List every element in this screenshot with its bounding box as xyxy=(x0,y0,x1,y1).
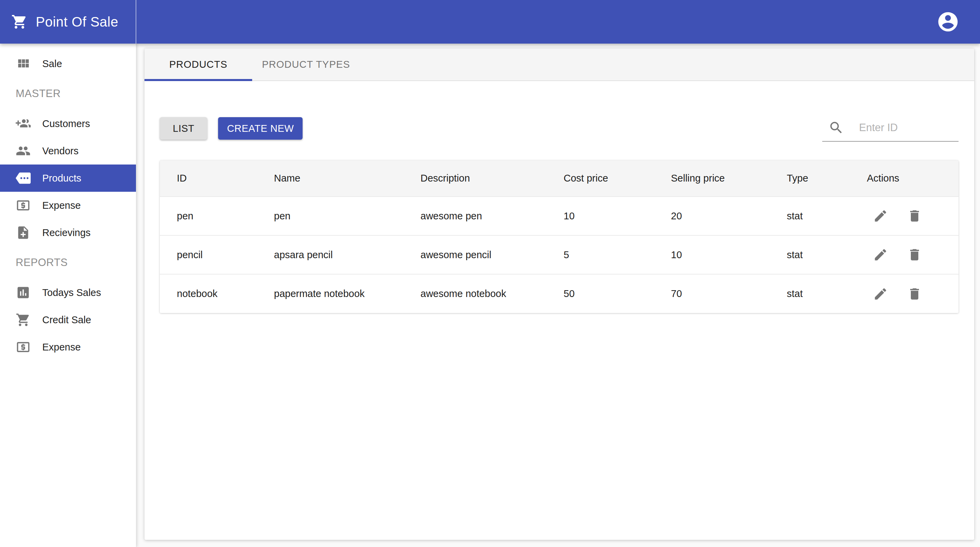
button-group: LIST CREATE NEW xyxy=(160,117,302,140)
tab-product-types[interactable]: PRODUCT TYPES xyxy=(252,48,360,80)
table-row: pen pen awesome pen 10 20 stat xyxy=(160,197,959,235)
cell-selling-price: 70 xyxy=(654,274,770,313)
sidebar-item-label: Vendors xyxy=(42,145,78,157)
column-header-description: Description xyxy=(403,161,547,197)
cell-type: stat xyxy=(770,274,850,313)
create-new-button[interactable]: CREATE NEW xyxy=(218,117,302,140)
delete-icon[interactable] xyxy=(907,286,922,301)
tab-products[interactable]: PRODUCTS xyxy=(145,48,252,80)
tag-icon xyxy=(16,171,31,186)
sidebar-heading-reports: REPORTS xyxy=(0,249,136,276)
column-header-cost-price: Cost price xyxy=(547,161,654,197)
sidebar-item-label: Todays Sales xyxy=(42,287,101,298)
money-icon xyxy=(16,198,31,213)
cell-type: stat xyxy=(770,197,850,235)
cell-cost-price: 50 xyxy=(547,274,654,313)
cell-description: awesome notebook xyxy=(403,274,547,313)
column-header-id: ID xyxy=(160,161,257,197)
person-add-icon xyxy=(16,116,31,131)
sidebar-item-label: Credit Sale xyxy=(42,314,91,326)
table-row: pencil apsara pencil awesome pencil 5 10… xyxy=(160,235,959,274)
delete-icon[interactable] xyxy=(907,208,922,223)
cell-cost-price: 10 xyxy=(547,197,654,235)
brand: Point Of Sale xyxy=(0,0,136,44)
sidebar-item-todays-sales[interactable]: Todays Sales xyxy=(0,279,136,306)
sidebar-item-expense-report[interactable]: Expense xyxy=(0,334,136,361)
cell-name: apsara pencil xyxy=(257,235,403,274)
main-area: PRODUCTS PRODUCT TYPES LIST CREATE NEW xyxy=(136,44,980,547)
search-icon xyxy=(828,120,844,135)
account-circle-icon[interactable] xyxy=(936,10,959,33)
search-field[interactable] xyxy=(822,120,959,142)
cell-type: stat xyxy=(770,235,850,274)
app-title: Point Of Sale xyxy=(36,14,118,30)
note-add-icon xyxy=(16,225,31,240)
sidebar-item-recievings[interactable]: Recievings xyxy=(0,219,136,246)
cell-name: papermate notebook xyxy=(257,274,403,313)
sidebar-item-vendors[interactable]: Vendors xyxy=(0,137,136,164)
sidebar-item-expense[interactable]: Expense xyxy=(0,192,136,219)
sidebar-item-label: Products xyxy=(42,173,81,184)
cell-id: notebook xyxy=(160,274,257,313)
grid-icon xyxy=(16,56,31,71)
people-icon xyxy=(16,143,31,158)
column-header-type: Type xyxy=(770,161,850,197)
sidebar-item-customers[interactable]: Customers xyxy=(0,110,136,137)
column-header-actions: Actions xyxy=(850,161,959,197)
search-input[interactable] xyxy=(859,122,974,134)
column-header-selling-price: Selling price xyxy=(654,161,770,197)
sidebar-item-label: Customers xyxy=(42,118,90,129)
sidebar-item-products[interactable]: Products xyxy=(0,164,136,192)
list-button[interactable]: LIST xyxy=(160,117,207,140)
tab-bar: PRODUCTS PRODUCT TYPES xyxy=(145,48,974,81)
cell-id: pen xyxy=(160,197,257,235)
table-header-row: ID Name Description Cost price Selling p… xyxy=(160,161,959,197)
column-header-name: Name xyxy=(257,161,403,197)
money-icon xyxy=(16,340,31,355)
sidebar-item-label: Recievings xyxy=(42,227,91,239)
toolbar: LIST CREATE NEW xyxy=(160,117,959,145)
cell-cost-price: 5 xyxy=(547,235,654,274)
sidebar-item-label: Expense xyxy=(42,200,81,211)
app-header: Point Of Sale xyxy=(0,0,980,44)
table-row: notebook papermate notebook awesome note… xyxy=(160,274,959,313)
cell-description: awesome pencil xyxy=(403,235,547,274)
products-table: ID Name Description Cost price Selling p… xyxy=(160,161,959,313)
sidebar-heading-master: MASTER xyxy=(0,80,136,107)
bar-chart-icon xyxy=(16,285,31,300)
shopping-cart-icon xyxy=(11,14,28,30)
sidebar-item-credit-sale[interactable]: Credit Sale xyxy=(0,306,136,334)
sidebar-item-label: Sale xyxy=(42,58,62,70)
shopping-cart-icon xyxy=(16,312,31,327)
edit-icon[interactable] xyxy=(873,247,888,262)
cell-id: pencil xyxy=(160,235,257,274)
products-card: PRODUCTS PRODUCT TYPES LIST CREATE NEW xyxy=(145,48,974,540)
edit-icon[interactable] xyxy=(873,208,888,223)
sidebar: Sale MASTER Customers Vendors Products xyxy=(0,44,136,547)
products-table-card: ID Name Description Cost price Selling p… xyxy=(160,161,959,313)
sidebar-item-label: Expense xyxy=(42,342,81,353)
cell-selling-price: 10 xyxy=(654,235,770,274)
delete-icon[interactable] xyxy=(907,247,922,262)
cell-name: pen xyxy=(257,197,403,235)
edit-icon[interactable] xyxy=(873,286,888,301)
cell-selling-price: 20 xyxy=(654,197,770,235)
cell-description: awesome pen xyxy=(403,197,547,235)
tab-content: LIST CREATE NEW xyxy=(145,81,974,540)
sidebar-item-sale[interactable]: Sale xyxy=(0,50,136,77)
